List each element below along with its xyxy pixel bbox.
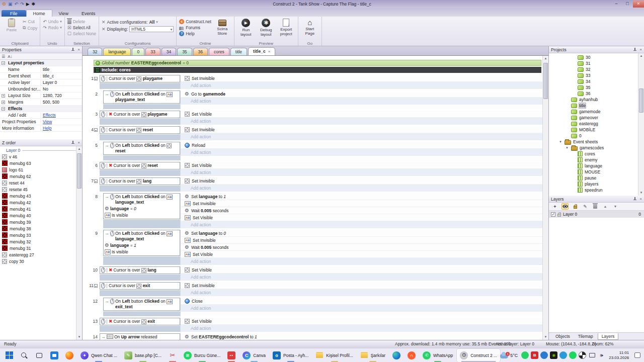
action[interactable]: ABSet Visible <box>181 214 542 221</box>
collapse-icon[interactable] <box>94 128 98 132</box>
zorder-item[interactable]: menubg 42 <box>0 199 82 206</box>
subevent-drop-strip[interactable] <box>100 326 180 332</box>
scroll-up-icon[interactable]: ▲ <box>638 53 644 59</box>
project-item-event sheets[interactable]: ▾Event sheets <box>549 139 644 145</box>
project-item-easteregg[interactable]: easteregg <box>549 121 644 127</box>
condition[interactable]: →On Up arrow released <box>100 334 180 340</box>
condition[interactable]: ⚙language = 1 <box>104 242 180 249</box>
action[interactable]: ⚙Wait 0.005 seconds <box>181 207 542 214</box>
action[interactable]: Set Invisible <box>181 126 542 133</box>
event-sheet-scrollbar[interactable]: ▲ ▼ <box>542 56 548 340</box>
scroll-down-icon[interactable]: ▼ <box>638 190 644 196</box>
layout-tab-33[interactable]: 33 <box>145 48 160 55</box>
zorder-item[interactable]: menubg 39 <box>0 219 82 225</box>
close-icon[interactable]: × <box>77 140 80 145</box>
add-action-link[interactable]: Add action <box>181 289 542 296</box>
action[interactable]: ⚙Set language to 1 <box>181 193 542 200</box>
project-item-title[interactable]: title <box>549 103 644 109</box>
project-item-speedrun[interactable]: speedrun <box>549 187 644 193</box>
folder-sarkilar[interactable]: Şarkılar <box>357 349 388 362</box>
zorder-item[interactable]: menubg 32 <box>0 238 82 245</box>
subevent-drop-strip[interactable] <box>100 290 180 296</box>
condition-box[interactable]: →On Left button Clicked on AB exit_text <box>103 298 180 311</box>
restore-button[interactable]: □ <box>622 1 633 8</box>
subevent-drop-strip[interactable] <box>100 119 180 125</box>
trash-tool-button[interactable] <box>592 203 599 210</box>
project-item-enemy[interactable]: enemy <box>549 157 644 163</box>
zorder-scrollbar[interactable]: ▲▼ <box>76 146 82 340</box>
property-value[interactable]: Help <box>40 126 82 131</box>
pin-icon[interactable] <box>633 197 636 201</box>
firefox[interactable] <box>62 349 76 362</box>
panel-tab-layers[interactable]: Layers <box>598 333 619 340</box>
construct-2[interactable]: ⚙Construct 2 ... <box>457 349 500 362</box>
action[interactable]: Set Invisible <box>181 177 542 185</box>
dropdown-caret-icon[interactable]: ▾ <box>60 20 62 24</box>
zorder-item[interactable]: menubg 33 <box>0 232 82 238</box>
condition[interactable]: ✖Cursor is over lang <box>100 267 180 274</box>
property-link[interactable]: Help <box>43 126 51 131</box>
scroll-up-icon[interactable]: ▲ <box>543 56 548 61</box>
subevent-drop-strip[interactable] <box>103 256 180 265</box>
pin-icon[interactable] <box>71 48 74 52</box>
folder-kisisel[interactable]: Kişisel Profil... <box>312 349 356 362</box>
condition[interactable]: →On Left button Clicked on AB language_t… <box>104 230 180 242</box>
cut-button[interactable]: ✂Cut <box>23 19 37 24</box>
edge[interactable] <box>389 349 404 362</box>
project-item-cores[interactable]: cores <box>549 151 644 157</box>
subevent-drop-strip[interactable] <box>103 155 180 160</box>
condition[interactable]: ✖Cursor is over playgame <box>100 111 180 118</box>
zorder-item[interactable]: easteregg 27 <box>0 251 82 258</box>
lock-tool-button[interactable] <box>572 203 579 210</box>
project-item-pause[interactable]: pause <box>549 175 644 181</box>
action[interactable]: ABSet Invisible <box>181 200 542 207</box>
action[interactable]: ⚙Wait 0.005 seconds <box>181 244 542 251</box>
tray-nvidia-icon[interactable]: ◉ <box>550 351 557 359</box>
run-layout-button[interactable]: ▶Run layout <box>237 18 255 40</box>
property-value[interactable]: 500, 500 <box>40 100 82 105</box>
eye-tool-button[interactable] <box>561 203 569 210</box>
tray-wa-icon[interactable] <box>521 351 529 359</box>
search-button[interactable] <box>17 349 31 362</box>
add-tool-button[interactable]: + <box>551 203 558 210</box>
close-button[interactable]: × <box>633 1 644 8</box>
tray-spot-icon[interactable] <box>569 351 577 359</box>
action[interactable]: Set Invisible <box>181 75 542 82</box>
property-value[interactable]: 1280, 720 <box>40 93 82 98</box>
project-item-34[interactable]: 34 <box>549 78 644 84</box>
undo-button[interactable]: ↶Undo▾ <box>43 19 61 24</box>
subevent-drop-strip[interactable] <box>100 134 180 140</box>
layout-tab-language[interactable]: language <box>103 48 131 55</box>
lock-icon[interactable] <box>557 214 561 217</box>
zorder-item[interactable]: menubg 43 <box>0 193 82 199</box>
layout-tab-36[interactable]: 36 <box>193 48 208 55</box>
condition[interactable]: ABIs visible <box>104 212 180 219</box>
ribbon-tab-home[interactable]: Home <box>26 10 52 17</box>
help-button[interactable]: ?Help <box>179 31 211 36</box>
scroll-down-icon[interactable]: ▼ <box>76 334 82 340</box>
subevent-drop-strip[interactable] <box>103 311 180 316</box>
add-action-link[interactable]: Add action <box>181 82 542 89</box>
up-tool-button[interactable]: ▲ <box>602 203 609 210</box>
property-value[interactable]: title_c <box>40 73 82 78</box>
panel-tab-objects[interactable]: Objects <box>552 333 574 339</box>
minimize-button[interactable]: – <box>611 1 622 8</box>
redo-button[interactable]: ↷Redo▾ <box>43 25 61 30</box>
condition[interactable]: →On Left button Clicked on reset <box>104 142 180 154</box>
action[interactable]: ABSet Invisible <box>181 237 542 244</box>
zorder-item[interactable]: menubg 41 <box>0 206 82 212</box>
subevent-drop-strip[interactable] <box>100 170 180 176</box>
add-action-link[interactable]: Add action <box>181 98 542 105</box>
action[interactable]: ⚙Go to gamemode <box>181 90 542 98</box>
action[interactable]: Set Visible <box>181 266 542 274</box>
layout-tab-0[interactable]: 0 <box>132 48 144 55</box>
add-action-link[interactable]: Add action <box>181 149 542 156</box>
action[interactable]: Reload <box>181 142 542 149</box>
expand-icon[interactable]: + <box>2 101 5 104</box>
condition-box[interactable]: →On Left button Clicked on AB language_t… <box>103 193 180 219</box>
close-icon[interactable]: × <box>639 197 642 201</box>
outlook-mail[interactable]: oPosta - Ayh... <box>270 349 311 362</box>
project-item-gamemode[interactable]: gamemode <box>549 109 644 115</box>
condition[interactable]: ✖Cursor is over reset <box>100 162 180 169</box>
condition-box[interactable]: Cursor is over exit <box>100 282 180 290</box>
